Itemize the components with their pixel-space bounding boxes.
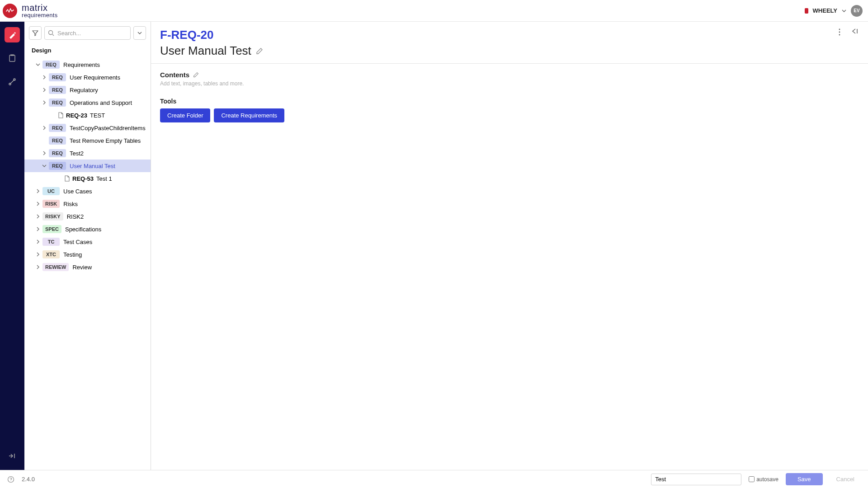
category-tag: RISK bbox=[42, 200, 60, 208]
category-tag: SPEC bbox=[42, 225, 61, 233]
nav-rail bbox=[0, 22, 24, 470]
svg-point-4 bbox=[49, 31, 53, 35]
svg-point-5 bbox=[839, 29, 840, 30]
help-button[interactable] bbox=[7, 476, 14, 483]
create-requirements-button[interactable]: Create Requirements bbox=[214, 108, 284, 122]
tree-chevron-icon[interactable] bbox=[40, 163, 49, 169]
collapse-panel-button[interactable] bbox=[851, 28, 859, 36]
tree-label: Test Remove Empty Tables bbox=[70, 137, 141, 144]
tree-chevron-icon[interactable] bbox=[33, 226, 42, 232]
tree-label: TEST bbox=[90, 112, 105, 119]
tree-label: Review bbox=[72, 264, 92, 271]
tree-chevron-icon[interactable] bbox=[33, 62, 42, 67]
app-header: matrix requirements WHEELY EV bbox=[0, 0, 868, 22]
search-icon bbox=[48, 30, 54, 36]
tree-row[interactable]: REQTestCopyPasteChildrenItems bbox=[24, 122, 151, 134]
tree-label: TestCopyPasteChildrenItems bbox=[70, 125, 146, 131]
more-menu-button[interactable] bbox=[836, 28, 843, 36]
avatar[interactable]: EV bbox=[851, 5, 863, 17]
tree-row[interactable]: SPECSpecifications bbox=[24, 223, 151, 235]
panel-collapse-icon bbox=[851, 28, 859, 34]
document-icon bbox=[64, 175, 70, 182]
document-icon bbox=[58, 112, 63, 118]
tree-row[interactable]: REQ-23TEST bbox=[24, 109, 151, 122]
tree-row[interactable]: TCTest Cases bbox=[24, 235, 151, 248]
edit-title-button[interactable] bbox=[256, 47, 263, 55]
tree-chevron-icon[interactable] bbox=[40, 100, 49, 105]
tree-label: Requirements bbox=[63, 61, 100, 68]
create-folder-button[interactable]: Create Folder bbox=[160, 108, 210, 122]
autosave-checkbox[interactable] bbox=[749, 476, 755, 482]
tree-row[interactable]: RISKRisks bbox=[24, 197, 151, 210]
tree-chevron-icon[interactable] bbox=[33, 188, 42, 194]
svg-rect-1 bbox=[10, 55, 14, 56]
tree-label: Test2 bbox=[70, 150, 84, 157]
tree-row[interactable]: REQUser Requirements bbox=[24, 71, 151, 84]
tree-label: Operations and Support bbox=[70, 99, 132, 106]
tree-chevron-icon[interactable] bbox=[33, 214, 42, 219]
tree-chevron-icon[interactable] bbox=[40, 87, 49, 93]
svg-point-7 bbox=[839, 34, 840, 36]
sidebar-section-title: Design bbox=[24, 44, 151, 58]
tree-row[interactable]: REWIEWReview bbox=[24, 261, 151, 273]
tree-label: Risks bbox=[63, 201, 78, 207]
sidebar: Design REQRequirementsREQUser Requiremen… bbox=[24, 22, 151, 470]
category-tag: REWIEW bbox=[42, 263, 69, 271]
tree-chevron-icon[interactable] bbox=[40, 125, 49, 131]
save-button[interactable]: Save bbox=[786, 473, 823, 485]
logo-badge-icon bbox=[3, 4, 17, 18]
edit-contents-button[interactable] bbox=[193, 72, 199, 78]
tree-row[interactable]: REQOperations and Support bbox=[24, 96, 151, 109]
tree-chevron-icon[interactable] bbox=[33, 264, 42, 270]
category-tag: REQ bbox=[49, 86, 66, 94]
kebab-icon bbox=[836, 28, 843, 36]
category-tag: REQ bbox=[49, 99, 66, 107]
category-tag: RISKY bbox=[42, 212, 63, 221]
project-name[interactable]: WHEELY bbox=[813, 7, 837, 14]
contents-placeholder[interactable]: Add text, images, tables and more. bbox=[160, 80, 859, 87]
rail-item-tools[interactable] bbox=[5, 74, 20, 89]
chevron-down-icon[interactable] bbox=[842, 9, 846, 13]
tree-label: Regulatory bbox=[70, 87, 98, 94]
tree-row[interactable]: REQ-53Test 1 bbox=[24, 172, 151, 185]
category-tag: REQ bbox=[49, 162, 66, 170]
tree-row[interactable]: REQTest Remove Empty Tables bbox=[24, 134, 151, 147]
tree-chevron-icon[interactable] bbox=[33, 252, 42, 257]
tree-label: RISK2 bbox=[67, 213, 84, 220]
tree-chevron-icon[interactable] bbox=[40, 75, 49, 80]
tree-row[interactable]: RISKYRISK2 bbox=[24, 210, 151, 223]
tree-chevron-icon[interactable] bbox=[33, 201, 42, 206]
tree-label: Test Cases bbox=[63, 239, 92, 245]
tree-chevron-icon[interactable] bbox=[40, 150, 49, 156]
svg-rect-0 bbox=[9, 55, 15, 61]
rail-item-docs[interactable] bbox=[5, 51, 20, 66]
rail-item-design[interactable] bbox=[5, 27, 20, 42]
category-tag: REQ bbox=[49, 73, 66, 81]
category-tag: UC bbox=[42, 187, 60, 195]
autosave-toggle[interactable]: autosave bbox=[749, 476, 778, 483]
tree-row[interactable]: REQRegulatory bbox=[24, 84, 151, 96]
tree: REQRequirementsREQUser RequirementsREQRe… bbox=[24, 58, 151, 470]
logo-text-bottom: requirements bbox=[22, 12, 57, 18]
tree-row[interactable]: REQUser Manual Test bbox=[24, 160, 151, 172]
category-tag: REQ bbox=[49, 124, 66, 132]
cancel-button[interactable]: Cancel bbox=[830, 473, 861, 485]
category-tag: REQ bbox=[42, 61, 60, 69]
category-tag: XTC bbox=[42, 250, 60, 258]
footer-text-input[interactable] bbox=[651, 474, 741, 485]
tree-label: Testing bbox=[63, 251, 82, 258]
tree-row[interactable]: REQRequirements bbox=[24, 58, 151, 71]
filter-button[interactable] bbox=[29, 26, 42, 40]
rail-collapse-button[interactable] bbox=[5, 448, 20, 464]
search-dropdown-button[interactable] bbox=[133, 26, 146, 40]
tree-chevron-icon[interactable] bbox=[33, 239, 42, 244]
tree-row[interactable]: REQTest2 bbox=[24, 147, 151, 160]
search-input[interactable] bbox=[44, 26, 131, 40]
pencil-icon bbox=[193, 72, 199, 78]
tree-label: Test 1 bbox=[96, 175, 112, 182]
logo: matrix requirements bbox=[0, 3, 57, 18]
filter-icon bbox=[32, 30, 38, 36]
tree-row[interactable]: UCUse Cases bbox=[24, 185, 151, 197]
tree-row[interactable]: XTCTesting bbox=[24, 248, 151, 261]
main-panel: F-REQ-20 User Manual Test bbox=[151, 22, 868, 470]
